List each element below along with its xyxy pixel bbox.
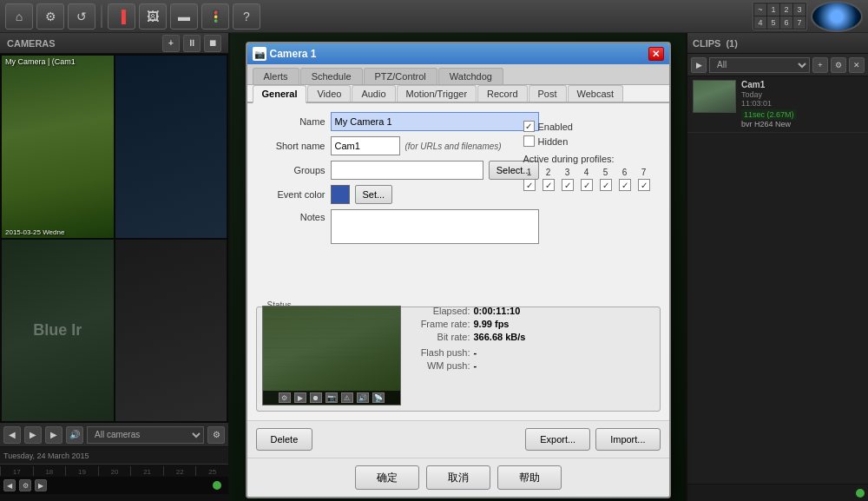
chart-icon[interactable]: ▐ (108, 3, 135, 30)
camera-cell-1-date: 2015-03-25 Wedne (5, 228, 64, 236)
thumb-ctrl-2[interactable]: ▶ (294, 392, 306, 403)
cameras-add-btn[interactable]: + (162, 35, 180, 52)
camera-cell-4[interactable] (115, 240, 227, 422)
dialog-overlay: 📷 Camera 1 ✕ Alerts Schedule PTZ/Control… (230, 33, 686, 501)
clips-close-btn[interactable]: ✕ (849, 57, 865, 73)
help-icon[interactable]: ? (233, 3, 260, 30)
tab-motion[interactable]: Motion/Trigger (397, 85, 477, 102)
ok-btn[interactable]: 确定 (355, 465, 419, 490)
cameras-dropdown[interactable]: All cameras (87, 426, 204, 444)
short-name-input[interactable] (331, 136, 400, 155)
cancel-btn[interactable]: 取消 (426, 465, 490, 490)
footer-left: Delete (256, 428, 313, 451)
clips-filter-dropdown[interactable]: All (709, 57, 810, 73)
profile-check-2[interactable] (542, 179, 555, 191)
camera-controls-bar: ◀ ▶ ▶ 🔊 All cameras ⚙ (0, 423, 228, 447)
thumb-ctrl-6[interactable]: 🔊 (357, 392, 369, 403)
profiles-title: Active during profiles: (523, 154, 650, 164)
video-icon[interactable]: ▬ (170, 3, 198, 30)
notes-textarea[interactable] (331, 209, 539, 244)
thumb-ctrl-1[interactable]: ⚙ (279, 392, 291, 403)
num-1[interactable]: 1 (767, 3, 779, 16)
tab-ptz[interactable]: PTZ/Control (364, 68, 437, 84)
refresh-icon[interactable]: ↺ (68, 3, 95, 30)
enabled-checkbox[interactable]: ✓ (523, 121, 535, 132)
hidden-checkbox[interactable] (523, 135, 535, 147)
cam-forward-btn[interactable]: ▶ (45, 426, 62, 444)
timeline-ctrl-3[interactable]: ▶ (35, 479, 47, 491)
profile-check-6[interactable] (619, 179, 631, 191)
camera-cell-3-label: Blue Ir (33, 321, 82, 339)
tab-audio[interactable]: Audio (352, 85, 395, 102)
cameras-stop-btn[interactable]: ⏹ (204, 35, 221, 52)
tick-21: 21 (130, 466, 163, 476)
traffic-icon[interactable]: 🚦 (201, 3, 229, 30)
name-label: Name (256, 116, 326, 127)
cam-play-btn[interactable]: ▶ (24, 426, 42, 444)
clips-settings-btn[interactable]: ⚙ (831, 57, 846, 73)
bit-rate-label: Bit rate: (408, 332, 470, 342)
thumb-ctrl-3[interactable]: ⏺ (310, 392, 322, 403)
camera-grid: My Camera | (Cam1 2015-03-25 Wedne Blue … (0, 54, 228, 423)
thumb-ctrl-4[interactable]: 📷 (326, 392, 338, 403)
help-btn[interactable]: 帮助 (497, 465, 562, 490)
num-6[interactable]: 6 (780, 16, 792, 29)
settings-icon[interactable]: ⚙ (36, 3, 64, 30)
profile-check-4[interactable] (581, 179, 593, 191)
tab-general[interactable]: General (253, 85, 307, 103)
tab-record[interactable]: Record (477, 85, 527, 102)
home-icon[interactable]: ⌂ (5, 3, 33, 30)
delete-btn[interactable]: Delete (256, 428, 313, 451)
tab-post[interactable]: Post (529, 85, 567, 102)
num-4[interactable]: 4 (754, 16, 766, 29)
tab-webcast[interactable]: Webcast (568, 85, 624, 102)
flash-push-label: Flash push: (408, 347, 470, 358)
num-tilde[interactable]: ~ (754, 3, 766, 16)
export-btn[interactable]: Export... (525, 428, 590, 451)
cam-overlay-3: Blue Ir (2, 240, 114, 422)
cameras-pause-btn[interactable]: ⏸ (183, 35, 201, 52)
profile-check-7[interactable] (638, 179, 650, 191)
cam-vol-btn[interactable]: 🔊 (66, 426, 83, 444)
thumb-ctrl-5[interactable]: ⚠ (341, 392, 353, 403)
camera-cell-1[interactable]: My Camera | (Cam1 2015-03-25 Wedne (2, 56, 114, 238)
cameras-panel-header: CAMERAS + ⏸ ⏹ (0, 33, 228, 54)
event-color-label: Event color (256, 189, 326, 200)
clips-play-btn[interactable]: ▶ (691, 57, 707, 73)
cam-back-btn[interactable]: ◀ (3, 426, 21, 444)
dialog-close-btn[interactable]: ✕ (648, 47, 664, 61)
camera-cell-2[interactable] (115, 56, 227, 238)
profile-check-3[interactable] (562, 179, 574, 191)
groups-input[interactable] (331, 161, 483, 180)
profile-check-5[interactable] (600, 179, 612, 191)
name-input[interactable] (331, 112, 539, 131)
event-color-swatch[interactable] (331, 185, 350, 204)
num-3[interactable]: 3 (793, 3, 806, 16)
import-btn[interactable]: Import... (595, 428, 660, 451)
tab-schedule[interactable]: Schedule (300, 68, 363, 84)
profile-check-1[interactable] (523, 179, 536, 191)
clip-item-1[interactable]: Cam1 Today 11:03:01 11sec (2.67M) bvr H2… (687, 76, 868, 133)
num-5[interactable]: 5 (767, 16, 779, 29)
dialog-title-icon: 📷 (253, 47, 266, 61)
tab-watchdog[interactable]: Watchdog (438, 68, 503, 84)
camera-cell-3[interactable]: Blue Ir (2, 240, 114, 422)
toolbar-separator-1 (101, 5, 102, 28)
tick-22: 22 (163, 466, 196, 476)
tab-video[interactable]: Video (307, 85, 351, 102)
middle-area: 📷 Camera 1 ✕ Alerts Schedule PTZ/Control… (230, 33, 686, 501)
num-2[interactable]: 2 (780, 3, 792, 16)
flash-push-value: - (474, 347, 477, 358)
timeline-ticks: 17 18 19 20 21 22 25 (0, 465, 228, 476)
clips-add-btn[interactable]: + (812, 57, 828, 73)
timeline-ctrl-2[interactable]: ⚙ (19, 479, 31, 491)
event-color-set-btn[interactable]: Set... (355, 185, 393, 204)
thumb-ctrl-7[interactable]: 📡 (372, 392, 385, 403)
image-icon[interactable]: 🖼 (139, 3, 167, 30)
tab-alerts[interactable]: Alerts (253, 68, 299, 84)
timeline-ctrl-1[interactable]: ◀ (3, 479, 16, 491)
num-7[interactable]: 7 (793, 16, 806, 29)
clips-panel: CLIPS (1) ▶ All + ⚙ ✕ Cam1 Today 11:03:0… (686, 33, 868, 501)
cam-settings-btn[interactable]: ⚙ (207, 426, 225, 444)
clip-time-1: 11:03:01 (741, 99, 863, 108)
